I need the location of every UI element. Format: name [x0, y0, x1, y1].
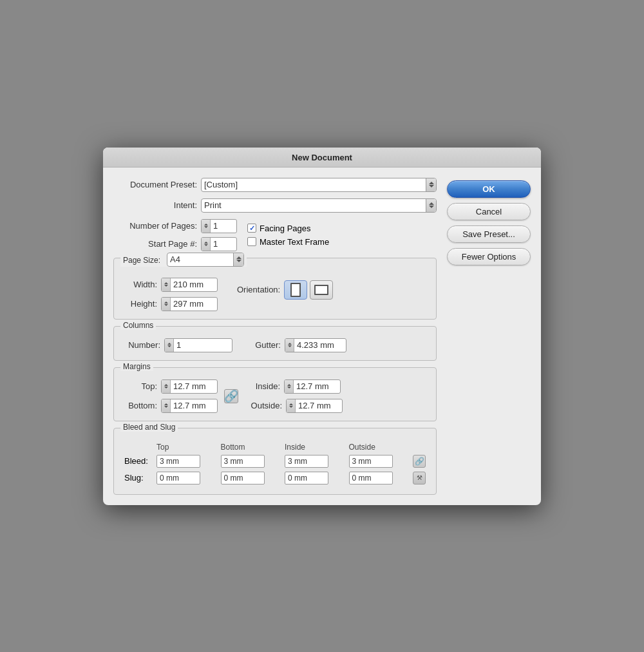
col-number-spinbox[interactable]: 1: [164, 338, 232, 352]
spinbox-up-icon: [204, 224, 208, 225]
margin-inside-input[interactable]: 12.7 mm: [294, 381, 340, 391]
slug-bottom-input[interactable]: 0 mm: [221, 472, 265, 484]
slug-break-icon: ⚒: [417, 474, 422, 481]
portrait-icon: [290, 283, 301, 297]
master-text-frame-row[interactable]: Master Text Frame: [247, 237, 329, 247]
width-arrows[interactable]: [162, 278, 171, 291]
start-page-input[interactable]: 1: [211, 239, 236, 249]
spinbox-down-icon: [167, 345, 171, 347]
document-preset-value: [Custom]: [204, 180, 426, 189]
page-size-arrows[interactable]: [233, 253, 243, 266]
intent-label: Intent:: [113, 200, 197, 210]
bleed-label: Bleed:: [124, 456, 148, 466]
margin-outside-input[interactable]: 12.7 mm: [296, 401, 342, 410]
margin-bottom-arrows[interactable]: [162, 399, 171, 412]
ok-button[interactable]: OK: [447, 180, 531, 198]
bleed-top-input[interactable]: 3 mm: [156, 455, 200, 468]
bleed-inside-input[interactable]: 3 mm: [285, 455, 328, 468]
height-arrows[interactable]: [162, 298, 171, 311]
margin-outside-arrows[interactable]: [287, 399, 296, 412]
bleed-outside-input[interactable]: 3 mm: [349, 455, 393, 468]
bleed-bottom-input[interactable]: 3 mm: [221, 455, 265, 468]
document-preset-label: Document Preset:: [113, 180, 197, 189]
height-spinbox[interactable]: 297 mm: [161, 297, 218, 311]
spinbox-down-icon: [164, 387, 168, 388]
arrow-up-icon: [429, 182, 434, 184]
spinbox-up-icon: [164, 384, 168, 386]
col-inside-header: Inside: [282, 441, 346, 453]
orientation-group: [284, 280, 333, 300]
intent-row: Intent: Print: [113, 198, 437, 213]
document-preset-select[interactable]: [Custom]: [201, 178, 437, 192]
margins-link-icon[interactable]: 🔗: [224, 389, 238, 403]
margin-outside-spinbox[interactable]: 12.7 mm: [286, 399, 343, 413]
right-panel: OK Cancel Save Preset... Fewer Options: [447, 178, 531, 495]
bleed-link-icon[interactable]: 🔗: [413, 455, 426, 468]
new-document-dialog: New Document Document Preset: [Custom] I…: [103, 148, 541, 505]
save-preset-button[interactable]: Save Preset...: [447, 225, 531, 243]
start-page-spinbox[interactable]: 1: [201, 237, 237, 251]
landscape-button[interactable]: [310, 280, 333, 300]
height-label: Height:: [122, 299, 157, 309]
columns-section: Columns Number: 1 Gutter:: [113, 326, 437, 361]
chain-icon: 🔗: [224, 389, 238, 403]
margin-inside-arrows[interactable]: [285, 380, 294, 393]
portrait-button[interactable]: [284, 280, 307, 300]
gutter-input[interactable]: 4.233 mm: [294, 340, 346, 350]
num-pages-arrows[interactable]: [202, 220, 211, 233]
margin-top-label: Top:: [122, 381, 157, 391]
master-text-frame-checkbox[interactable]: [247, 237, 256, 246]
num-pages-input[interactable]: 1: [211, 221, 236, 231]
margin-top-input[interactable]: 12.7 mm: [171, 381, 217, 391]
margin-top-arrows[interactable]: [162, 380, 171, 393]
columns-fields: Number: 1 Gutter:: [122, 338, 428, 352]
width-row: Width: 210 mm: [122, 278, 218, 292]
bleed-slug-section: Bleed and Slug Top Bottom Inside Outside: [113, 428, 437, 495]
intent-value: Print: [204, 200, 426, 210]
arrow-up-icon: [236, 256, 242, 259]
facing-pages-checkbox[interactable]: [247, 224, 256, 233]
spinbox-down-icon: [289, 406, 293, 408]
margin-inside-spinbox[interactable]: 12.7 mm: [284, 379, 341, 394]
slug-outside-input[interactable]: 0 mm: [349, 472, 393, 484]
margin-top-row: Top: 12.7 mm: [122, 379, 218, 394]
spinbox-up-icon: [204, 242, 208, 244]
page-size-fields: Width: 210 mm Height:: [122, 278, 428, 311]
margin-inside-row: Inside: 12.7 mm: [245, 379, 343, 394]
bleed-chain-icon: 🔗: [415, 457, 424, 466]
gutter-arrows[interactable]: [285, 339, 294, 352]
bleed-slug-title: Bleed and Slug: [120, 423, 178, 432]
width-spinbox[interactable]: 210 mm: [161, 278, 218, 292]
margin-top-spinbox[interactable]: 12.7 mm: [161, 379, 218, 394]
slug-inside-input[interactable]: 0 mm: [285, 472, 328, 484]
height-input[interactable]: 297 mm: [171, 299, 217, 309]
spinbox-down-icon: [164, 285, 168, 287]
bleed-table: Top Bottom Inside Outside Bleed: 3 mm: [122, 441, 428, 486]
margin-bottom-spinbox[interactable]: 12.7 mm: [161, 399, 218, 413]
spinbox-up-icon: [288, 343, 292, 345]
gutter-spinbox[interactable]: 4.233 mm: [285, 338, 346, 352]
slug-top-input[interactable]: 0 mm: [156, 472, 200, 484]
arrow-up-icon: [429, 202, 434, 205]
spinbox-up-icon: [289, 403, 293, 405]
page-size-select[interactable]: A4: [167, 253, 244, 267]
cancel-button[interactable]: Cancel: [447, 203, 531, 220]
spinbox-down-icon: [164, 304, 168, 306]
page-size-section: Page Size: A4: [113, 258, 437, 320]
page-size-value: A4: [170, 254, 233, 264]
col-number-input[interactable]: 1: [174, 340, 232, 350]
num-pages-spinbox[interactable]: 1: [201, 219, 237, 233]
col-bottom-header: Bottom: [218, 441, 283, 453]
document-preset-arrows[interactable]: [426, 178, 436, 191]
facing-pages-row[interactable]: Facing Pages: [247, 224, 329, 233]
fewer-options-button[interactable]: Fewer Options: [447, 248, 531, 265]
col-number-arrows[interactable]: [165, 339, 174, 352]
col-number-row: Number: 1: [122, 338, 232, 352]
bleed-row: Bleed: 3 mm 3 mm 3 mm 3 mm 🔗: [122, 453, 428, 470]
slug-link-icon[interactable]: ⚒: [413, 472, 426, 484]
intent-select[interactable]: Print: [201, 198, 437, 213]
margin-bottom-input[interactable]: 12.7 mm: [171, 401, 217, 410]
start-page-arrows[interactable]: [202, 238, 211, 251]
intent-arrows[interactable]: [426, 199, 436, 212]
width-input[interactable]: 210 mm: [171, 280, 217, 289]
